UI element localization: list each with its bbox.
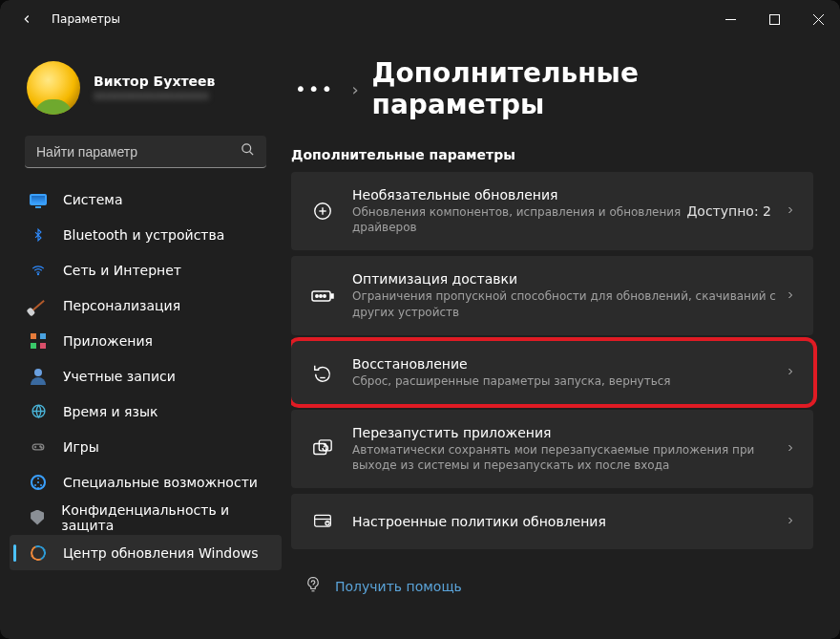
card-desc: Обновления компонентов, исправления и об… xyxy=(352,204,686,235)
sidebar-item-time[interactable]: Время и язык xyxy=(10,394,282,429)
sidebar-item-label: Система xyxy=(63,192,122,207)
sidebar-item-windows-update[interactable]: Центр обновления Windows xyxy=(10,535,282,570)
chevron-right-icon xyxy=(785,441,796,457)
sidebar-item-personalization[interactable]: Персонализация xyxy=(10,288,282,323)
svg-point-4 xyxy=(242,144,251,153)
available-count: Доступно: 2 xyxy=(686,203,771,219)
shield-icon xyxy=(29,508,46,527)
main-panel: ••• › Дополнительные параметры Дополните… xyxy=(291,38,840,639)
sidebar-item-system[interactable]: Система xyxy=(10,181,282,217)
search-input[interactable] xyxy=(36,144,241,160)
card-right xyxy=(785,514,796,529)
sidebar-item-label: Игры xyxy=(63,439,99,455)
svg-point-6 xyxy=(37,273,38,274)
card-title: Оптимизация доставки xyxy=(352,271,785,287)
globe-icon xyxy=(29,402,48,421)
svg-point-12 xyxy=(41,447,42,448)
profile-email: xxxxxxxxxxxxxxxxx xyxy=(94,89,215,102)
sidebar: Виктор Бухтеев xxxxxxxxxxxxxxxxx Система xyxy=(0,38,291,639)
card-right xyxy=(785,288,796,304)
sidebar-item-label: Учетные записи xyxy=(63,369,176,384)
sidebar-item-accounts[interactable]: Учетные записи xyxy=(10,358,282,394)
sidebar-item-label: Специальные возможности xyxy=(63,475,258,490)
gamepad-icon xyxy=(29,437,48,457)
card-right xyxy=(785,365,796,380)
card-right xyxy=(785,441,796,457)
window-body: Виктор Бухтеев xxxxxxxxxxxxxxxxx Система xyxy=(0,38,840,639)
profile-name: Виктор Бухтеев xyxy=(94,74,215,89)
chevron-right-icon xyxy=(785,514,796,529)
card-title: Восстановление xyxy=(352,356,785,372)
plus-circle-icon xyxy=(310,199,335,224)
card-desc: Автоматически сохранять мои перезапускае… xyxy=(352,442,785,473)
sidebar-item-apps[interactable]: Приложения xyxy=(10,323,282,358)
sidebar-item-bluetooth[interactable]: Bluetooth и устройства xyxy=(10,217,282,252)
card-text: Необязательные обновления Обновления ком… xyxy=(352,187,686,235)
sidebar-item-label: Персонализация xyxy=(63,298,180,313)
card-restart-apps[interactable]: Перезапустить приложения Автоматически с… xyxy=(291,410,813,488)
card-text: Восстановление Сброс, расширенные параме… xyxy=(352,356,785,389)
battery-icon xyxy=(310,284,335,309)
sidebar-item-label: Конфиденциальность и защита xyxy=(61,502,266,533)
recovery-icon xyxy=(310,360,335,385)
titlebar: Параметры xyxy=(0,0,840,38)
sidebar-item-network[interactable]: Сеть и Интернет xyxy=(10,252,282,288)
sidebar-item-label: Сеть и Интернет xyxy=(63,263,181,278)
card-title: Необязательные обновления xyxy=(352,187,686,202)
minimize-button[interactable] xyxy=(708,0,752,38)
breadcrumb: ••• › Дополнительные параметры xyxy=(291,48,813,141)
svg-point-18 xyxy=(316,294,318,296)
update-icon xyxy=(29,543,48,563)
svg-point-20 xyxy=(324,294,326,296)
window-title: Параметры xyxy=(52,12,120,26)
card-update-policies[interactable]: Настроенные политики обновления xyxy=(291,494,813,549)
restart-apps-icon xyxy=(310,437,335,461)
policy-icon xyxy=(310,509,335,534)
profile-block[interactable]: Виктор Бухтеев xxxxxxxxxxxxxxxxx xyxy=(6,48,285,132)
sidebar-item-gaming[interactable]: Игры xyxy=(10,429,282,464)
help-link[interactable]: Получить помощь xyxy=(291,555,813,596)
sidebar-item-accessibility[interactable]: Специальные возможности xyxy=(10,464,282,500)
sidebar-item-label: Центр обновления Windows xyxy=(63,545,258,561)
settings-window: Параметры Виктор Бухтеев xxxxxxxxxxxxxxx… xyxy=(0,0,840,639)
card-title: Настроенные политики обновления xyxy=(352,514,785,529)
card-optional-updates[interactable]: Необязательные обновления Обновления ком… xyxy=(291,172,813,250)
sidebar-item-label: Bluetooth и устройства xyxy=(63,227,224,243)
card-desc: Сброс, расширенные параметры запуска, ве… xyxy=(352,373,785,389)
help-icon xyxy=(304,576,322,596)
bluetooth-icon xyxy=(29,225,48,245)
page-title: Дополнительные параметры xyxy=(372,57,813,120)
close-button[interactable] xyxy=(796,0,840,38)
avatar xyxy=(27,61,80,115)
user-icon xyxy=(29,367,48,386)
svg-rect-17 xyxy=(331,294,333,298)
svg-point-19 xyxy=(320,294,322,296)
apps-icon xyxy=(29,331,48,351)
help-label: Получить помощь xyxy=(335,579,462,594)
chevron-right-icon xyxy=(785,203,796,219)
breadcrumb-overflow[interactable]: ••• xyxy=(291,77,338,100)
sidebar-item-privacy[interactable]: Конфиденциальность и защита xyxy=(10,500,282,535)
card-title: Перезапустить приложения xyxy=(352,425,785,440)
card-text: Оптимизация доставки Ограничения пропуск… xyxy=(352,271,785,319)
card-recovery[interactable]: Восстановление Сброс, расширенные параме… xyxy=(291,341,813,404)
chevron-right-icon: › xyxy=(351,79,358,99)
system-icon xyxy=(29,190,48,209)
card-right: Доступно: 2 xyxy=(686,203,796,219)
section-label: Дополнительные параметры xyxy=(291,147,813,162)
card-text: Настроенные политики обновления xyxy=(352,514,785,529)
nav: Система Bluetooth и устройства Сеть и Ин… xyxy=(6,181,285,570)
chevron-right-icon xyxy=(785,365,796,380)
svg-rect-1 xyxy=(769,14,779,24)
back-button[interactable] xyxy=(15,8,38,31)
accessibility-icon xyxy=(29,473,48,492)
search-box[interactable] xyxy=(25,136,266,168)
sidebar-item-label: Время и язык xyxy=(63,404,158,419)
svg-line-5 xyxy=(250,152,253,155)
card-text: Перезапустить приложения Автоматически с… xyxy=(352,425,785,473)
maximize-button[interactable] xyxy=(752,0,796,38)
card-delivery-optimization[interactable]: Оптимизация доставки Ограничения пропуск… xyxy=(291,256,813,334)
card-desc: Ограничения пропускной способности для о… xyxy=(352,288,785,319)
brush-icon xyxy=(29,296,48,315)
profile-text: Виктор Бухтеев xxxxxxxxxxxxxxxxx xyxy=(94,74,215,102)
